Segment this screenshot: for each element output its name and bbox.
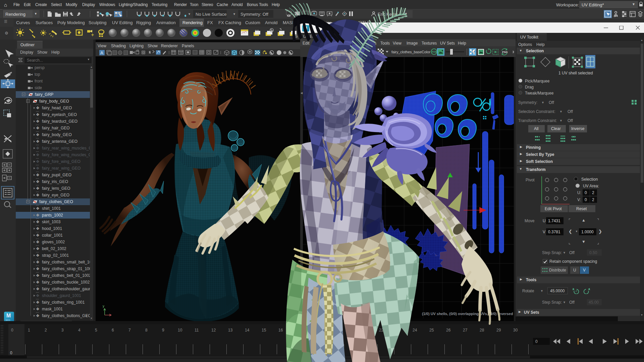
svg-text:2: 2 — [45, 328, 47, 333]
svg-text:0: 0 — [10, 351, 12, 355]
svg-text:0: 0 — [11, 328, 13, 333]
svg-text:8: 8 — [145, 328, 148, 333]
svg-text:4: 4 — [78, 328, 80, 333]
svg-text:3: 3 — [61, 328, 64, 333]
svg-text:5: 5 — [95, 328, 97, 333]
svg-text:9: 9 — [162, 328, 164, 333]
svg-text:6: 6 — [112, 328, 114, 333]
svg-text:↺: ↺ — [575, 290, 577, 292]
svg-text:7: 7 — [128, 328, 131, 333]
svg-text:1: 1 — [28, 328, 30, 333]
